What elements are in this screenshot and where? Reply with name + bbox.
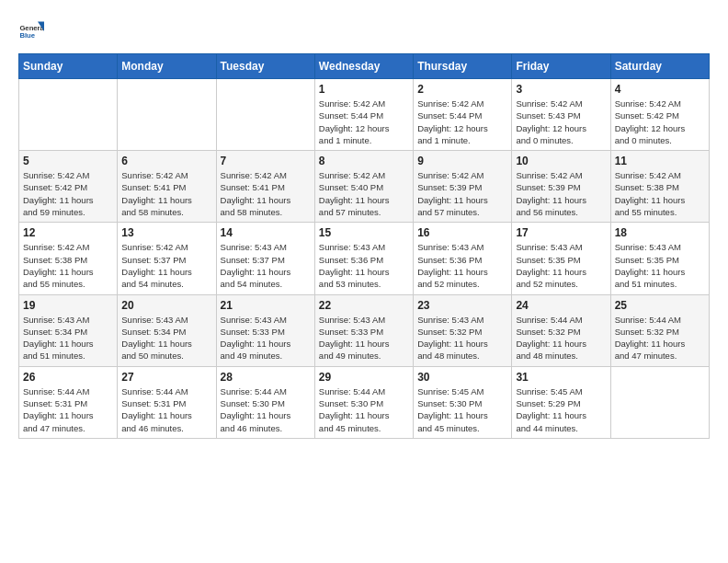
calendar-cell: 2Sunrise: 5:42 AMSunset: 5:44 PMDaylight… <box>414 79 512 151</box>
day-number: 11 <box>615 155 705 167</box>
day-info: Sunrise: 5:42 AMSunset: 5:41 PMDaylight:… <box>221 169 311 218</box>
day-number: 14 <box>221 226 311 239</box>
calendar-cell: 8Sunrise: 5:42 AMSunset: 5:40 PMDaylight… <box>314 151 413 223</box>
day-number: 21 <box>221 299 311 312</box>
day-number: 27 <box>121 371 211 384</box>
calendar-week-row: 12Sunrise: 5:42 AMSunset: 5:38 PMDayligh… <box>19 223 710 294</box>
day-number: 28 <box>221 371 311 384</box>
day-info: Sunrise: 5:44 AMSunset: 5:31 PMDaylight:… <box>121 385 211 434</box>
day-info: Sunrise: 5:44 AMSunset: 5:30 PMDaylight:… <box>221 385 311 434</box>
day-number: 12 <box>23 226 113 239</box>
calendar-cell: 18Sunrise: 5:43 AMSunset: 5:35 PMDayligh… <box>610 223 709 294</box>
day-number: 22 <box>319 299 409 312</box>
day-info: Sunrise: 5:42 AMSunset: 5:39 PMDaylight:… <box>516 169 606 218</box>
weekday-header-saturday: Saturday <box>610 54 709 79</box>
day-info: Sunrise: 5:42 AMSunset: 5:38 PMDaylight:… <box>23 241 113 290</box>
calendar-cell: 24Sunrise: 5:44 AMSunset: 5:32 PMDayligh… <box>512 294 610 366</box>
calendar-cell: 23Sunrise: 5:43 AMSunset: 5:32 PMDayligh… <box>414 294 512 366</box>
day-info: Sunrise: 5:43 AMSunset: 5:35 PMDaylight:… <box>615 241 705 290</box>
day-number: 13 <box>121 226 211 239</box>
day-info: Sunrise: 5:43 AMSunset: 5:33 PMDaylight:… <box>221 314 311 362</box>
calendar-cell <box>216 79 314 151</box>
day-number: 17 <box>516 226 606 239</box>
day-info: Sunrise: 5:45 AMSunset: 5:29 PMDaylight:… <box>516 385 606 434</box>
calendar-header-row: SundayMondayTuesdayWednesdayThursdayFrid… <box>19 54 710 79</box>
day-number: 1 <box>319 83 409 96</box>
svg-text:Blue: Blue <box>19 31 35 40</box>
logo: General Blue <box>18 18 44 44</box>
day-number: 19 <box>23 299 113 312</box>
calendar-cell: 1Sunrise: 5:42 AMSunset: 5:44 PMDaylight… <box>314 79 413 151</box>
calendar-cell: 7Sunrise: 5:42 AMSunset: 5:41 PMDaylight… <box>216 151 314 223</box>
calendar-cell: 15Sunrise: 5:43 AMSunset: 5:36 PMDayligh… <box>314 223 413 294</box>
day-number: 24 <box>516 299 606 312</box>
day-number: 6 <box>121 155 211 167</box>
day-info: Sunrise: 5:43 AMSunset: 5:34 PMDaylight:… <box>23 314 113 362</box>
calendar-cell: 20Sunrise: 5:43 AMSunset: 5:34 PMDayligh… <box>118 294 216 366</box>
day-info: Sunrise: 5:44 AMSunset: 5:31 PMDaylight:… <box>23 385 113 434</box>
calendar-cell: 17Sunrise: 5:43 AMSunset: 5:35 PMDayligh… <box>512 223 610 294</box>
day-info: Sunrise: 5:43 AMSunset: 5:36 PMDaylight:… <box>319 241 409 290</box>
calendar-cell: 19Sunrise: 5:43 AMSunset: 5:34 PMDayligh… <box>19 294 118 366</box>
day-info: Sunrise: 5:44 AMSunset: 5:30 PMDaylight:… <box>319 385 409 434</box>
day-number: 2 <box>417 83 507 96</box>
day-number: 25 <box>615 299 705 312</box>
day-info: Sunrise: 5:43 AMSunset: 5:35 PMDaylight:… <box>516 241 606 290</box>
page-header: General Blue <box>18 18 710 44</box>
calendar-cell <box>610 366 709 438</box>
day-info: Sunrise: 5:44 AMSunset: 5:32 PMDaylight:… <box>615 314 705 362</box>
calendar-cell: 6Sunrise: 5:42 AMSunset: 5:41 PMDaylight… <box>118 151 216 223</box>
calendar-table: SundayMondayTuesdayWednesdayThursdayFrid… <box>18 53 710 439</box>
day-info: Sunrise: 5:43 AMSunset: 5:36 PMDaylight:… <box>417 241 507 290</box>
day-info: Sunrise: 5:42 AMSunset: 5:42 PMDaylight:… <box>615 98 705 146</box>
day-number: 4 <box>615 83 705 96</box>
calendar-cell: 10Sunrise: 5:42 AMSunset: 5:39 PMDayligh… <box>512 151 610 223</box>
day-info: Sunrise: 5:42 AMSunset: 5:39 PMDaylight:… <box>417 169 507 218</box>
calendar-cell: 14Sunrise: 5:43 AMSunset: 5:37 PMDayligh… <box>216 223 314 294</box>
day-info: Sunrise: 5:42 AMSunset: 5:38 PMDaylight:… <box>615 169 705 218</box>
day-info: Sunrise: 5:42 AMSunset: 5:44 PMDaylight:… <box>417 98 507 146</box>
day-info: Sunrise: 5:42 AMSunset: 5:44 PMDaylight:… <box>319 98 409 146</box>
calendar-cell: 30Sunrise: 5:45 AMSunset: 5:30 PMDayligh… <box>414 366 512 438</box>
day-info: Sunrise: 5:42 AMSunset: 5:37 PMDaylight:… <box>121 241 211 290</box>
day-info: Sunrise: 5:42 AMSunset: 5:40 PMDaylight:… <box>319 169 409 218</box>
calendar-cell: 22Sunrise: 5:43 AMSunset: 5:33 PMDayligh… <box>314 294 413 366</box>
calendar-week-row: 5Sunrise: 5:42 AMSunset: 5:42 PMDaylight… <box>19 151 710 223</box>
calendar-week-row: 26Sunrise: 5:44 AMSunset: 5:31 PMDayligh… <box>19 366 710 438</box>
day-number: 16 <box>417 226 507 239</box>
calendar-cell: 28Sunrise: 5:44 AMSunset: 5:30 PMDayligh… <box>216 366 314 438</box>
calendar-cell: 11Sunrise: 5:42 AMSunset: 5:38 PMDayligh… <box>610 151 709 223</box>
day-number: 8 <box>319 155 409 167</box>
day-info: Sunrise: 5:42 AMSunset: 5:42 PMDaylight:… <box>23 169 113 218</box>
day-number: 31 <box>516 371 606 384</box>
calendar-cell <box>118 79 216 151</box>
weekday-header-wednesday: Wednesday <box>314 54 413 79</box>
calendar-cell: 31Sunrise: 5:45 AMSunset: 5:29 PMDayligh… <box>512 366 610 438</box>
calendar-week-row: 19Sunrise: 5:43 AMSunset: 5:34 PMDayligh… <box>19 294 710 366</box>
calendar-cell <box>19 79 118 151</box>
weekday-header-thursday: Thursday <box>414 54 512 79</box>
calendar-cell: 5Sunrise: 5:42 AMSunset: 5:42 PMDaylight… <box>19 151 118 223</box>
calendar-cell: 21Sunrise: 5:43 AMSunset: 5:33 PMDayligh… <box>216 294 314 366</box>
weekday-header-monday: Monday <box>118 54 216 79</box>
calendar-cell: 16Sunrise: 5:43 AMSunset: 5:36 PMDayligh… <box>414 223 512 294</box>
day-info: Sunrise: 5:43 AMSunset: 5:34 PMDaylight:… <box>121 314 211 362</box>
day-info: Sunrise: 5:44 AMSunset: 5:32 PMDaylight:… <box>516 314 606 362</box>
day-number: 18 <box>615 226 705 239</box>
calendar-cell: 27Sunrise: 5:44 AMSunset: 5:31 PMDayligh… <box>118 366 216 438</box>
day-number: 29 <box>319 371 409 384</box>
day-number: 10 <box>516 155 606 167</box>
day-number: 26 <box>23 371 113 384</box>
day-number: 7 <box>221 155 311 167</box>
calendar-cell: 13Sunrise: 5:42 AMSunset: 5:37 PMDayligh… <box>118 223 216 294</box>
day-number: 9 <box>417 155 507 167</box>
calendar-cell: 3Sunrise: 5:42 AMSunset: 5:43 PMDaylight… <box>512 79 610 151</box>
calendar-cell: 25Sunrise: 5:44 AMSunset: 5:32 PMDayligh… <box>610 294 709 366</box>
day-info: Sunrise: 5:43 AMSunset: 5:32 PMDaylight:… <box>417 314 507 362</box>
day-info: Sunrise: 5:42 AMSunset: 5:43 PMDaylight:… <box>516 98 606 146</box>
day-info: Sunrise: 5:45 AMSunset: 5:30 PMDaylight:… <box>417 385 507 434</box>
weekday-header-sunday: Sunday <box>19 54 118 79</box>
day-number: 23 <box>417 299 507 312</box>
calendar-cell: 29Sunrise: 5:44 AMSunset: 5:30 PMDayligh… <box>314 366 413 438</box>
weekday-header-friday: Friday <box>512 54 610 79</box>
